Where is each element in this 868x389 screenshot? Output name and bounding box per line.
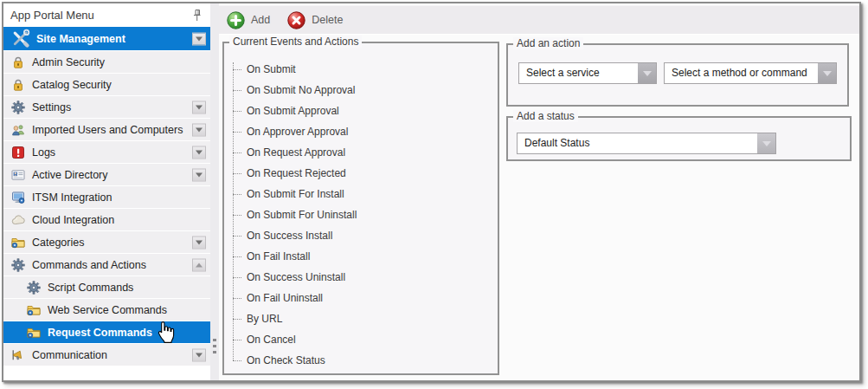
delete-button[interactable]: Delete — [287, 11, 343, 29]
tools-icon — [10, 29, 30, 49]
pin-icon[interactable] — [192, 9, 202, 22]
folder-gear-icon — [26, 325, 42, 340]
tree-item-on-submit-for-uninstall[interactable]: On Submit For Uninstall — [229, 204, 496, 225]
tree-item-by-url[interactable]: By URL — [229, 308, 496, 329]
monitor-gear-icon — [10, 190, 26, 205]
sidebar-item-settings[interactable]: Settings — [3, 96, 210, 118]
chevron-down-button[interactable] — [192, 348, 206, 361]
chevron-down-icon — [196, 172, 203, 177]
main-panel: Add Delete Current Events and Actions On… — [219, 3, 859, 380]
chevron-down-button[interactable] — [192, 168, 206, 181]
add-action-groupbox-title: Add an action — [513, 37, 583, 49]
tree-item-on-approver-approval[interactable]: On Approver Approval — [229, 121, 496, 142]
events-groupbox: Current Events and Actions On SubmitOn S… — [222, 42, 499, 375]
sidebar-item-label: Categories — [32, 237, 84, 249]
sidebar-header: App Portal Menu — [3, 3, 210, 27]
sidebar-item-active-directory[interactable]: Active Directory — [3, 164, 210, 185]
tree-item-on-fail-install[interactable]: On Fail Install — [229, 246, 496, 267]
chevron-up-button[interactable] — [192, 258, 206, 271]
delete-button-label: Delete — [312, 14, 343, 26]
sidebar-item-categories[interactable]: Categories — [3, 231, 210, 253]
sidebar-item-site-management[interactable]: Site Management — [3, 27, 210, 50]
service-select-value: Select a service — [526, 63, 635, 83]
sidebar-item-imported-users-and-computers[interactable]: Imported Users and Computers — [3, 119, 210, 140]
tree-item-on-success-uninstall[interactable]: On Success Uninstall — [229, 267, 496, 288]
chevron-down-button[interactable] — [192, 236, 206, 249]
add-action-groupbox: Add an action Select a service Select a … — [506, 43, 849, 107]
users-icon — [10, 122, 26, 138]
chevron-down-icon — [762, 141, 771, 146]
chevron-down-icon — [196, 240, 203, 244]
alert-icon — [10, 145, 26, 160]
chevron-down-button[interactable] — [192, 100, 206, 113]
sidebar-item-communication[interactable]: Communication — [3, 344, 210, 366]
chevron-down-button[interactable] — [192, 123, 206, 136]
add-button-label: Add — [251, 14, 270, 26]
chevron-down-button[interactable] — [192, 32, 206, 45]
sidebar-item-script-commands[interactable]: Script Commands — [3, 276, 210, 298]
sidebar-item-label: Admin Security — [32, 56, 105, 68]
sidebar-item-label: Request Commands — [48, 327, 152, 339]
chevron-down-icon — [823, 71, 832, 76]
chevron-down-icon — [196, 36, 203, 41]
sidebar-item-label: Script Commands — [48, 282, 133, 294]
tree-item-on-check-status[interactable]: On Check Status — [229, 350, 496, 371]
status-select-dropdown-button[interactable] — [757, 133, 775, 153]
folder-gear-icon — [10, 235, 26, 250]
splitter[interactable] — [210, 3, 219, 380]
method-select-dropdown-button[interactable] — [818, 63, 836, 83]
service-select[interactable]: Select a service — [518, 62, 657, 84]
service-select-dropdown-button[interactable] — [638, 63, 656, 83]
gear-icon — [10, 257, 26, 273]
cloud-icon — [10, 212, 26, 228]
sidebar-item-catalog-security[interactable]: Catalog Security — [3, 74, 210, 95]
add-status-groupbox: Add a status Default Status — [506, 116, 852, 161]
sidebar-item-commands-and-actions[interactable]: Commands and Actions — [3, 254, 210, 276]
events-groupbox-title: Current Events and Actions — [229, 36, 362, 48]
chevron-down-button[interactable] — [192, 146, 206, 159]
tree-item-on-fail-uninstall[interactable]: On Fail Uninstall — [229, 288, 496, 308]
tree-item-on-cancel[interactable]: On Cancel — [229, 329, 496, 350]
sidebar-item-label: Commands and Actions — [32, 259, 146, 271]
lock-icon — [10, 77, 26, 93]
add-status-groupbox-title: Add a status — [513, 110, 578, 122]
sidebar-title: App Portal Menu — [10, 9, 192, 22]
sidebar-item-cloud-integration[interactable]: Cloud Integration — [3, 209, 210, 230]
tree-item-on-submit[interactable]: On Submit — [229, 59, 496, 80]
events-tree: On SubmitOn Submit No ApprovalOn Submit … — [229, 59, 496, 372]
method-select[interactable]: Select a method or command — [664, 62, 837, 84]
gear-icon — [26, 280, 42, 295]
toolbar: Add Delete — [219, 5, 859, 35]
chevron-down-icon — [196, 150, 203, 154]
delete-icon — [287, 11, 305, 29]
chevron-down-icon — [196, 353, 203, 357]
status-select[interactable]: Default Status — [517, 133, 776, 154]
tree-item-on-submit-for-install[interactable]: On Submit For Install — [229, 184, 496, 204]
sidebar-item-request-commands[interactable]: Request Commands — [3, 321, 210, 343]
sidebar-item-label: Active Directory — [32, 169, 108, 181]
tree-item-on-request-rejected[interactable]: On Request Rejected — [229, 163, 496, 184]
splitter-grip-icon — [213, 339, 216, 357]
id-card-icon — [10, 167, 26, 183]
sidebar-item-label: Site Management — [36, 33, 125, 45]
app-window: App Portal Menu Site ManagementAdmin Sec… — [2, 2, 861, 382]
chevron-down-icon — [196, 127, 203, 132]
sidebar-item-itsm-integration[interactable]: ITSM Integration — [3, 186, 210, 208]
tree-item-on-submit-approval[interactable]: On Submit Approval — [229, 100, 496, 121]
sidebar: App Portal Menu Site ManagementAdmin Sec… — [3, 3, 210, 380]
add-icon — [227, 11, 245, 29]
sidebar-nav: Site ManagementAdmin SecurityCatalog Sec… — [3, 27, 210, 366]
sidebar-item-logs[interactable]: Logs — [3, 141, 210, 163]
add-button[interactable]: Add — [227, 11, 270, 29]
chevron-up-icon — [196, 263, 203, 267]
sidebar-item-label: Imported Users and Computers — [32, 124, 183, 136]
gear-icon — [10, 100, 26, 115]
sidebar-item-admin-security[interactable]: Admin Security — [3, 51, 210, 73]
tree-item-on-submit-no-approval[interactable]: On Submit No Approval — [229, 80, 496, 100]
tree-item-on-success-install[interactable]: On Success Install — [229, 225, 496, 246]
sidebar-item-label: ITSM Integration — [32, 191, 112, 204]
tree-item-on-request-approval[interactable]: On Request Approval — [229, 142, 496, 163]
sidebar-item-web-service-commands[interactable]: Web Service Commands — [3, 299, 210, 321]
sidebar-item-label: Catalog Security — [32, 79, 112, 91]
chevron-down-icon — [643, 71, 652, 76]
